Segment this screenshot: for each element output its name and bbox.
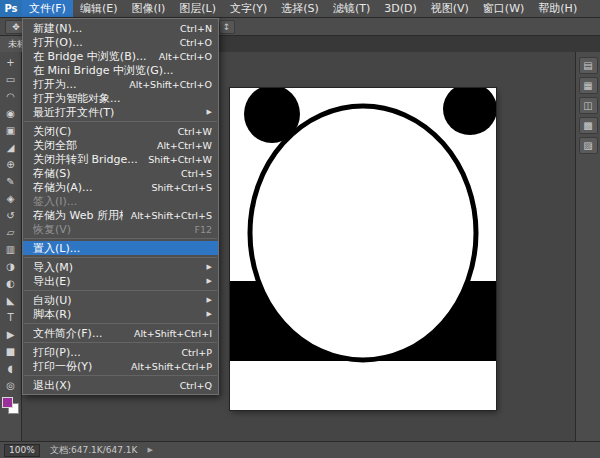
menu-item-shortcut: Ctrl+Q (180, 380, 212, 391)
brush-tool-icon[interactable]: ✎ (1, 173, 21, 190)
menubar-item-select[interactable]: 选择(S) (274, 0, 326, 17)
menu-item-open-recent[interactable]: 最近打开文件(T)▶ (23, 105, 218, 119)
menu-item-exit[interactable]: 退出(X)Ctrl+Q (23, 378, 218, 392)
menu-item-label: 关闭(C) (33, 124, 170, 138)
type-tool-icon[interactable]: T (1, 309, 21, 326)
menu-item-open-as[interactable]: 打开为...Alt+Shift+Ctrl+O (23, 77, 218, 91)
menubar-item-layer[interactable]: 图层(L) (172, 0, 223, 17)
rectangular-marquee-tool-icon[interactable]: ▭ (1, 71, 21, 88)
move-tool-icon[interactable]: + (1, 54, 21, 71)
menubar-item-view[interactable]: 视图(V) (424, 0, 476, 17)
menu-item-label: 打开为智能对象... (33, 91, 212, 105)
path-selection-tool-icon[interactable]: ▶ (1, 326, 21, 343)
color-swatches (2, 397, 19, 414)
3d-scale-icon[interactable]: ↕ (219, 20, 235, 34)
gradient-tool-icon[interactable]: ▥ (1, 241, 21, 258)
document-size-info: 文档:647.1K/647.1K (50, 444, 137, 457)
menu-item-browse-in-mini-bridge[interactable]: 在 Mini Bridge 中浏览(G)... (23, 63, 218, 77)
dodge-tool-icon[interactable]: ◐ (1, 275, 21, 292)
panda-face (250, 106, 476, 360)
menu-item-label: 打开为... (33, 77, 121, 91)
menu-item-check-in: 签入(I)... (23, 194, 218, 208)
info-panel-icon[interactable]: ◫ (579, 97, 598, 114)
menubar-item-type[interactable]: 文字(Y) (223, 0, 274, 17)
clone-stamp-tool-icon[interactable]: ◈ (1, 190, 21, 207)
foreground-color-swatch[interactable] (2, 397, 13, 408)
menubar-item-file[interactable]: 文件(F) (22, 0, 73, 17)
properties-panel-icon[interactable]: ▦ (579, 77, 598, 94)
menu-item-close-and-go-to-bridge[interactable]: 关闭并转到 Bridge...Shift+Ctrl+W (23, 152, 218, 166)
history-brush-tool-icon[interactable]: ↺ (1, 207, 21, 224)
zoom-level-field[interactable]: 100% (4, 444, 40, 457)
styles-panel-icon[interactable]: ▨ (579, 137, 598, 154)
menubar-item-filter[interactable]: 滤镜(T) (326, 0, 377, 17)
menu-item-label: 打印(P)... (33, 345, 173, 359)
status-options-arrow-icon[interactable]: ▶ (147, 446, 152, 454)
menu-item-close[interactable]: 关闭(C)Ctrl+W (23, 124, 218, 138)
menu-item-label: 文件简介(F)... (33, 326, 126, 340)
menu-item-shortcut: Alt+Shift+Ctrl+I (134, 328, 212, 339)
menu-item-label: 存储为 Web 所用格式... (33, 208, 123, 222)
submenu-arrow-icon: ▶ (207, 263, 212, 271)
menu-item-export[interactable]: 导出(E)▶ (23, 274, 218, 288)
eraser-tool-icon[interactable]: ▱ (1, 224, 21, 241)
menu-item-label: 存储(S) (33, 166, 173, 180)
menu-item-automate[interactable]: 自动(U)▶ (23, 293, 218, 307)
menu-item-label: 在 Mini Bridge 中浏览(G)... (33, 63, 212, 77)
menu-item-shortcut: F12 (194, 224, 212, 235)
menu-item-print-one-copy[interactable]: 打印一份(Y)Alt+Shift+Ctrl+P (23, 359, 218, 373)
menu-item-save-as[interactable]: 存储为(A)...Shift+Ctrl+S (23, 180, 218, 194)
healing-brush-tool-icon[interactable]: ⊕ (1, 156, 21, 173)
menu-bar: Ps 文件(F)编辑(E)图像(I)图层(L)文字(Y)选择(S)滤镜(T)3D… (0, 0, 600, 18)
document-canvas[interactable] (230, 88, 496, 410)
menu-item-shortcut: Ctrl+O (180, 37, 212, 48)
menu-item-open-as-smart-object[interactable]: 打开为智能对象... (23, 91, 218, 105)
menu-item-shortcut: Shift+Ctrl+W (148, 154, 212, 165)
status-bar: 100% 文档:647.1K/647.1K ▶ (0, 441, 600, 458)
menu-item-print[interactable]: 打印(P)...Ctrl+P (23, 345, 218, 359)
menu-item-browse-in-bridge[interactable]: 在 Bridge 中浏览(B)...Alt+Ctrl+O (23, 49, 218, 63)
menu-item-shortcut: Alt+Shift+Ctrl+P (131, 361, 212, 372)
menu-separator (24, 121, 217, 122)
menu-separator (24, 323, 217, 324)
menu-item-revert: 恢复(V)F12 (23, 222, 218, 236)
menubar-item-3d[interactable]: 3D(D) (377, 0, 424, 17)
menu-item-new[interactable]: 新建(N)...Ctrl+N (23, 21, 218, 35)
menu-item-label: 打开(O)... (33, 35, 172, 49)
menu-separator (24, 257, 217, 258)
history-panel-icon[interactable]: ▤ (579, 57, 598, 74)
menu-item-label: 恢复(V) (33, 222, 186, 236)
pen-tool-icon[interactable]: ◣ (1, 292, 21, 309)
menu-item-label: 最近打开文件(T) (33, 105, 199, 119)
menubar-item-edit[interactable]: 编辑(E) (73, 0, 125, 17)
menubar-item-window[interactable]: 窗口(W) (476, 0, 531, 17)
adjustments-panel-icon[interactable]: ▩ (579, 117, 598, 134)
menu-item-place[interactable]: 置入(L)... (23, 241, 218, 255)
zoom-tool-icon[interactable]: ◎ (1, 377, 21, 394)
menu-item-scripts[interactable]: 脚本(R)▶ (23, 307, 218, 321)
menu-item-label: 导入(M) (33, 260, 199, 274)
menu-item-save-for-web[interactable]: 存储为 Web 所用格式...Alt+Shift+Ctrl+S (23, 208, 218, 222)
menu-item-import[interactable]: 导入(M)▶ (23, 260, 218, 274)
lasso-tool-icon[interactable]: ◠ (1, 88, 21, 105)
crop-tool-icon[interactable]: ▣ (1, 122, 21, 139)
menu-item-close-all[interactable]: 关闭全部Alt+Ctrl+W (23, 138, 218, 152)
shape-tool-icon[interactable]: ■ (1, 343, 21, 360)
blur-tool-icon[interactable]: ◑ (1, 258, 21, 275)
menubar-item-image[interactable]: 图像(I) (124, 0, 172, 17)
menu-separator (24, 375, 217, 376)
eyedropper-tool-icon[interactable]: ◢ (1, 139, 21, 156)
menu-item-file-info[interactable]: 文件简介(F)...Alt+Shift+Ctrl+I (23, 326, 218, 340)
photoshop-logo: Ps (0, 0, 22, 17)
menubar-item-help[interactable]: 帮助(H) (531, 0, 584, 17)
submenu-arrow-icon: ▶ (207, 296, 212, 304)
menu-item-shortcut: Alt+Ctrl+W (157, 140, 212, 151)
hand-tool-icon[interactable]: ◖ (1, 360, 21, 377)
quick-selection-tool-icon[interactable]: ◉ (1, 105, 21, 122)
menu-item-save[interactable]: 存储(S)Ctrl+S (23, 166, 218, 180)
canvas-artwork-panda (230, 88, 496, 410)
menubar-items: 文件(F)编辑(E)图像(I)图层(L)文字(Y)选择(S)滤镜(T)3D(D)… (22, 0, 584, 17)
menu-item-label: 置入(L)... (33, 241, 212, 255)
menu-item-label: 关闭全部 (33, 138, 149, 152)
menu-item-open[interactable]: 打开(O)...Ctrl+O (23, 35, 218, 49)
